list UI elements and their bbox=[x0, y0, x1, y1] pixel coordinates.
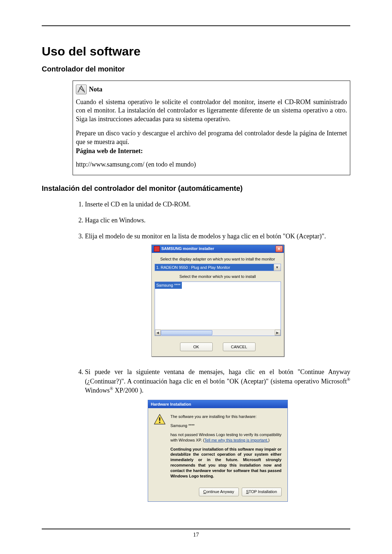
adapter-dropdown[interactable]: 1. RADEON 9550 : Plug and Play Monitor ▼ bbox=[155, 264, 281, 271]
close-icon[interactable]: × bbox=[275, 246, 283, 252]
step-3: Elija el modelo de su monitor en la list… bbox=[85, 232, 350, 357]
dlg2-line2: Samsung **** bbox=[171, 423, 282, 428]
install-steps-list: Inserte el CD en la unidad de CD-ROM. Ha… bbox=[73, 200, 350, 502]
dialog1-monitor-label: Select the monitor which you want to ins… bbox=[155, 274, 281, 279]
dialog2-text: The software you are installing for this… bbox=[171, 414, 282, 482]
dlg2-line1: The software you are installing for this… bbox=[171, 414, 282, 419]
app-icon bbox=[154, 246, 160, 252]
registered-mark-2: ® bbox=[110, 386, 113, 391]
scroll-track[interactable] bbox=[161, 330, 275, 336]
monitor-list-item[interactable]: Samsung **** bbox=[155, 282, 182, 289]
scroll-left-icon[interactable]: ◀ bbox=[155, 330, 161, 336]
hardware-installation-dialog: Hardware Installation The software you a… bbox=[148, 400, 288, 501]
section-heading-install: Instalación del controlador del monitor … bbox=[42, 184, 350, 193]
step-4-text-b: Windows bbox=[85, 387, 110, 394]
dialog1-button-row: OK CANCEL bbox=[155, 342, 281, 351]
stop-installation-button[interactable]: STOP Installation bbox=[242, 488, 282, 496]
registered-mark-1: ® bbox=[347, 377, 350, 382]
tell-me-why-link[interactable]: Tell me why this testing is important. bbox=[204, 438, 268, 442]
note-icon bbox=[76, 85, 87, 94]
section-heading-controller: Controlador del monitor bbox=[42, 65, 350, 73]
horizontal-scrollbar[interactable]: ◀ ▶ bbox=[155, 329, 281, 336]
warning-icon bbox=[154, 414, 166, 425]
dialog2-button-row: Continue Anyway STOP Installation bbox=[148, 488, 287, 501]
dialog2-title-text: Hardware Installation bbox=[151, 402, 191, 407]
dialog2-titlebar[interactable]: Hardware Installation bbox=[148, 400, 287, 408]
svg-point-2 bbox=[159, 422, 160, 423]
dlg2-warning-paragraph: Continuing your installation of this sof… bbox=[171, 447, 282, 479]
page-number: 17 bbox=[42, 532, 350, 538]
ok-button[interactable]: OK bbox=[180, 342, 213, 351]
note-title: Nota bbox=[89, 86, 102, 93]
step-3-text: Elija el modelo de su monitor en la list… bbox=[85, 233, 326, 240]
step-2: Haga clic en Windows. bbox=[85, 216, 350, 225]
note-paragraph-2: Prepare un disco vacío y descargue el ar… bbox=[76, 129, 347, 146]
note-box: Nota Cuando el sistema operativo le soli… bbox=[73, 81, 350, 175]
dlg2-line3: has not passed Windows Logo testing to v… bbox=[171, 432, 282, 443]
monitor-listbox[interactable]: Samsung **** ◀ ▶ bbox=[155, 282, 281, 336]
document-page: Uso del software Controlador del monitor… bbox=[0, 0, 392, 554]
dialog1-titlebar[interactable]: SAMSUNG monitor installer × bbox=[152, 245, 284, 253]
dialog1-title-text: SAMSUNG monitor installer bbox=[162, 246, 214, 251]
adapter-selected-value: 1. RADEON 9550 : Plug and Play Monitor bbox=[156, 265, 230, 270]
note-web-label: Página web de Internet: bbox=[76, 147, 347, 155]
samsung-installer-dialog: SAMSUNG monitor installer × Select the d… bbox=[151, 245, 284, 357]
dialog2-body: The software you are installing for this… bbox=[148, 408, 287, 487]
step-4: Si puede ver la siguiente ventana de men… bbox=[85, 368, 350, 501]
step-4-text-a: Si puede ver la siguiente ventana de men… bbox=[85, 368, 350, 385]
continue-rest: ontinue Anyway bbox=[206, 489, 234, 494]
step-4-text-c: XP/2000 ). bbox=[113, 387, 144, 394]
dialog1-body: Select the display adapter on which you … bbox=[152, 253, 284, 357]
continue-anyway-button[interactable]: Continue Anyway bbox=[199, 488, 239, 496]
page-title: Uso del software bbox=[42, 44, 350, 58]
step-1: Inserte el CD en la unidad de CD-ROM. bbox=[85, 200, 350, 209]
bottom-rule bbox=[42, 529, 350, 529]
note-header: Nota bbox=[76, 85, 347, 94]
svg-rect-1 bbox=[159, 417, 160, 421]
page-footer: 17 bbox=[42, 529, 350, 538]
chevron-down-icon[interactable]: ▼ bbox=[274, 264, 281, 271]
scroll-right-icon[interactable]: ▶ bbox=[275, 330, 281, 336]
scroll-thumb[interactable] bbox=[161, 330, 212, 335]
note-url: http://www.samsung.com/ (en todo el mund… bbox=[76, 160, 347, 169]
note-paragraph-1: Cuando el sistema operativo le solicite … bbox=[76, 98, 347, 123]
continue-mnemonic: C bbox=[203, 489, 206, 494]
dialog1-adapter-label: Select the display adapter on which you … bbox=[155, 257, 281, 262]
cancel-button[interactable]: CANCEL bbox=[223, 342, 256, 351]
top-rule bbox=[42, 25, 350, 26]
dlg2-line3b: ) bbox=[268, 438, 270, 442]
stop-rest: TOP Installation bbox=[249, 489, 277, 494]
